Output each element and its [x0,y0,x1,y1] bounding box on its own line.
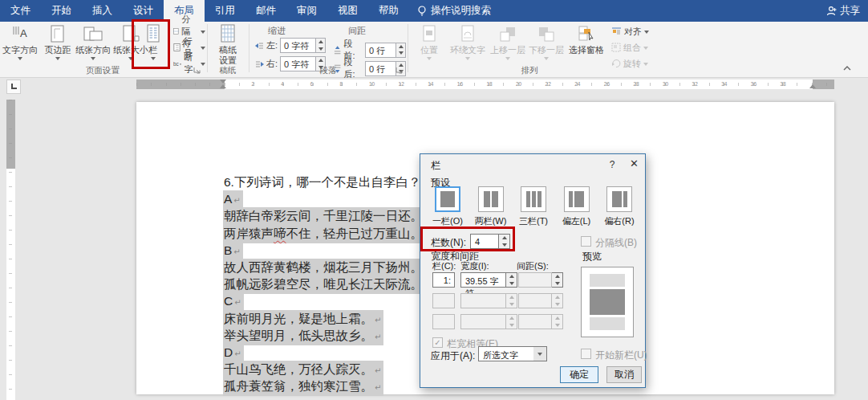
doc-line[interactable]: 两岸猿声啼不住，轻舟已过万重山。↵ [223,225,433,242]
tab-file[interactable]: 文件 [0,0,41,22]
doc-line[interactable]: C↵ [223,292,433,309]
doc-line[interactable]: A↵ [223,190,433,207]
preset-two-columns[interactable]: 两栏(W) [472,186,510,227]
preset-two-columns-icon [478,186,504,212]
doc-line[interactable]: 孤舟蓑笠翁，独钓寒江雪。↵ [223,378,433,394]
doc-line[interactable]: 孤帆远影碧空尽，唯见长江天际流。↵ [223,276,433,292]
preset-right-icon [606,186,632,212]
person-icon [826,6,837,16]
doc-line[interactable]: B↵ [223,242,433,259]
col-spacing-3-stepper [552,314,563,329]
group-arrange: 位置 环绕文字 上移一层 下移一层 选择窗格 对齐 组合 [409,22,650,77]
indent-left-icon [255,42,264,50]
dialog-title-bar[interactable]: 栏 ? ✕ [420,154,645,175]
bring-forward-label: 上移一层 [490,45,525,55]
spacing-before-stepper[interactable] [395,43,406,58]
preset-list: 一栏(O) 两栏(W) 三栏(T) 偏左(L) 偏右(R) [428,186,639,227]
col-index-1: 1: [432,272,455,288]
send-backward-icon [537,23,555,44]
tell-me-search[interactable]: 操作说明搜索 [409,0,499,22]
dialog-help-button[interactable]: ? [602,154,623,175]
preset-right[interactable]: 偏右(R) [600,186,639,227]
doc-line[interactable]: 6.下列诗词，哪一个不是出自李白？ [223,173,433,190]
wrap-text-label: 环绕文字 [450,45,485,55]
lightbulb-icon [417,6,427,17]
tab-references[interactable]: 引用 [205,0,245,22]
tab-help[interactable]: 帮助 [368,0,409,22]
selection-pane-button[interactable]: 选择窗格 [566,23,606,55]
orientation-button[interactable]: 纸张方向 [74,23,112,60]
chevron-down-icon [505,57,510,60]
page-setup-dialog-launcher[interactable] [193,66,202,76]
send-backward-label: 下移一层 [529,45,564,55]
doc-line[interactable]: D↵ [223,344,433,361]
columns-dialog: 栏 ? ✕ 预设 一栏(O) 两栏(W) 三栏(T) 偏左(L) 偏右(R) 栏… [420,153,646,388]
group-objects-icon [611,43,621,52]
preview-text-block-bottom [590,317,625,330]
col-width-1-stepper[interactable] [506,272,517,288]
tab-insert[interactable]: 插入 [82,0,123,22]
ribbon-divider [207,24,208,72]
col-width-2-input [460,293,506,308]
manuscript-settings-button[interactable]: 稿纸 设置 [212,23,244,66]
right-indent-marker[interactable] [809,84,816,88]
tab-review[interactable]: 审阅 [286,0,327,22]
col-width-1-input[interactable]: 39.55 字符 [460,272,506,288]
collapse-ribbon-button[interactable] [842,63,852,74]
preview-label: 预览 [582,250,602,263]
tab-mailings[interactable]: 邮件 [245,0,286,22]
paragraph-dialog-launcher[interactable] [395,66,404,76]
spacing-before-value[interactable]: 0 行 [365,43,395,58]
col-width-3-input [460,314,506,329]
preset-left[interactable]: 偏左(L) [558,186,596,227]
tab-design[interactable]: 设计 [123,0,164,22]
doc-line[interactable]: 朝辞白帝彩云间，千里江陵一日还。↵ [223,207,433,224]
align-button[interactable]: 对齐 [611,25,649,38]
paragraph-mark: ↵ [373,366,383,375]
columns-button[interactable]: 栏 [138,23,168,60]
preset-one-column-icon [435,186,460,212]
first-line-indent-marker[interactable] [220,80,226,84]
dialog-close-button[interactable]: ✕ [623,154,646,175]
ok-button[interactable]: 确定 [560,366,598,383]
tab-view[interactable]: 视图 [327,0,368,22]
indent-left-stepper[interactable] [315,38,326,53]
group-manuscript: 稿纸 设置 稿纸 [209,22,247,77]
group-objects-label: 组合 [623,42,641,54]
preset-three-columns[interactable]: 三栏(T) [514,186,553,227]
cancel-button[interactable]: 取消 [606,366,642,383]
text-direction-button[interactable]: A 文字方向 [2,23,39,60]
group-label-manuscript: 稿纸 [209,65,247,76]
spacing-before-field[interactable]: 0 行 [365,43,406,58]
col-spacing-1-stepper[interactable] [552,272,563,288]
spacing-before-icon [334,46,341,55]
bring-forward-icon [499,23,517,44]
col-header: 栏(C): [432,260,456,272]
preset-one-column[interactable]: 一栏(O) [428,186,467,227]
margins-button[interactable]: 页边距 [42,23,74,60]
chevron-down-icon [151,57,156,60]
hanging-indent-marker[interactable] [220,84,226,88]
share-button[interactable]: 共享 [826,0,860,22]
col-spacing-1-input [518,272,552,288]
columns-count-stepper[interactable] [499,234,510,249]
tab-stop-icon [11,84,17,89]
chevron-down-icon [544,57,549,60]
indent-left-field[interactable]: 0 字符 [280,38,326,53]
tab-home[interactable]: 开始 [41,0,82,22]
align-icon [611,27,622,36]
manuscript-grid-icon [220,23,236,44]
paragraph-mark: ↵ [233,349,242,358]
indent-left-value[interactable]: 0 字符 [280,38,315,53]
doc-line[interactable]: 千山鸟飞绝，万径人踪灭。↵ [223,361,433,378]
doc-line[interactable]: 举头望明月，低头思故乡。↵ [223,327,433,344]
position-label: 位置 [420,45,438,55]
send-backward-button: 下移一层 [528,23,565,60]
columns-count-input[interactable]: 4 [470,234,499,249]
position-icon [421,23,437,44]
doc-line[interactable]: 故人西辞黄鹤楼，烟花三月下扬州。↵ [223,259,433,276]
apply-to-select[interactable]: 所选文字 [478,346,547,361]
tab-stop-selector[interactable] [6,80,21,94]
group-label-paragraph: 段落 [250,65,406,76]
doc-line[interactable]: 床前明月光，疑是地上霜。↵ [223,310,433,327]
